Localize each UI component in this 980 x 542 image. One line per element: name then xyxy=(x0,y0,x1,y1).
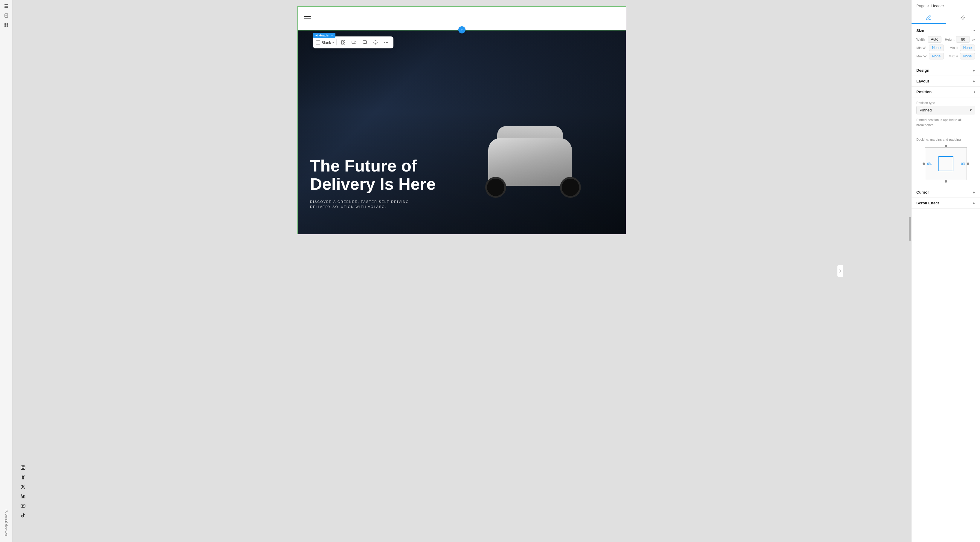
help-icon[interactable]: ? xyxy=(371,38,380,47)
dock-handle-left[interactable] xyxy=(923,163,925,165)
layout-arrow: ▶ xyxy=(973,79,975,83)
cursor-arrow: ▶ xyxy=(973,191,975,194)
width-label: Width xyxy=(916,38,926,41)
design-title: Design xyxy=(916,68,929,73)
position-section-header[interactable]: Position ▾ xyxy=(912,87,980,97)
position-type-select[interactable]: Pinned ▾ xyxy=(916,106,975,114)
svg-rect-21 xyxy=(363,41,366,43)
dock-handle-bottom[interactable] xyxy=(945,180,947,182)
width-height-row: Width Auto Height 80 px xyxy=(916,36,975,43)
canvas-scrollbar-track[interactable] xyxy=(909,0,911,542)
layout-icon[interactable] xyxy=(339,38,347,47)
svg-point-11 xyxy=(22,467,24,469)
dock-handle-right[interactable] xyxy=(967,163,969,165)
header-section: + xyxy=(298,6,626,30)
toolbar-separator xyxy=(336,40,337,45)
breadcrumb-current: Header xyxy=(931,3,944,8)
size-title: Size xyxy=(916,29,924,33)
instagram-icon[interactable] xyxy=(20,465,26,470)
header-badge[interactable]: ◀ Header ✏ xyxy=(313,33,336,38)
layers-icon[interactable] xyxy=(3,3,9,9)
back-arrow: ◀ xyxy=(315,34,318,37)
width-input[interactable]: Auto xyxy=(928,36,942,43)
size-section: Size ··· Width Auto Height 80 px Min W N… xyxy=(912,24,980,65)
cursor-title: Cursor xyxy=(916,190,929,195)
position-arrow: ▾ xyxy=(974,90,975,94)
svg-text:?: ? xyxy=(375,41,376,44)
svg-point-26 xyxy=(387,42,388,43)
dock-handle-top[interactable] xyxy=(945,145,947,147)
svg-rect-8 xyxy=(5,25,6,27)
min-h-input[interactable]: None xyxy=(960,44,975,51)
page-canvas: + Blank ▾ ? xyxy=(298,6,626,234)
svg-rect-5 xyxy=(5,16,7,16)
svg-rect-1 xyxy=(5,6,8,6)
svg-point-14 xyxy=(21,494,22,495)
scroll-effect-section-row[interactable]: Scroll Effect ▶ xyxy=(912,198,980,209)
desktop-label: Desktop (Primary) xyxy=(5,509,8,536)
position-type-label: Position type xyxy=(916,101,975,105)
layout-section-row[interactable]: Layout ▶ xyxy=(912,76,980,87)
min-w-input[interactable]: None xyxy=(929,44,944,51)
docking-title: Docking, margins and padding xyxy=(916,138,975,141)
size-more-button[interactable]: ··· xyxy=(971,28,975,33)
linkedin-icon[interactable] xyxy=(20,494,26,499)
tiktok-icon[interactable] xyxy=(20,513,26,518)
breadcrumb-separator: > xyxy=(927,3,929,8)
panel-collapse-toggle[interactable] xyxy=(837,265,843,277)
design-arrow: ▶ xyxy=(973,69,975,72)
hero-section: The Future of Delivery Is Here DISCOVER … xyxy=(298,30,626,234)
svg-marker-15 xyxy=(23,505,24,506)
min-wh-row: Min W None Min H None xyxy=(916,44,975,51)
max-w-input[interactable]: None xyxy=(929,53,944,59)
height-unit: px xyxy=(972,38,975,41)
min-h-label: Min H xyxy=(946,46,958,49)
hero-content: The Future of Delivery Is Here DISCOVER … xyxy=(310,157,436,210)
tab-lightning[interactable] xyxy=(946,12,980,24)
add-element-button[interactable]: + xyxy=(458,26,466,33)
breadcrumb-parent[interactable]: Page xyxy=(916,3,925,8)
svg-rect-6 xyxy=(5,23,6,25)
design-section-row[interactable]: Design ▶ xyxy=(912,65,980,76)
more-options-icon[interactable] xyxy=(382,38,390,47)
canvas-scrollbar-thumb[interactable] xyxy=(909,217,911,241)
svg-point-25 xyxy=(386,42,387,43)
dock-left-value: 0% xyxy=(928,162,932,166)
cursor-section-row[interactable]: Cursor ▶ xyxy=(912,187,980,198)
facebook-icon[interactable] xyxy=(20,474,26,480)
canvas-wrapper: + Blank ▾ ? xyxy=(13,0,911,542)
height-label: Height xyxy=(943,38,954,41)
tab-design[interactable] xyxy=(912,12,946,24)
dropdown-chevron: ▾ xyxy=(332,41,334,44)
hamburger-menu-icon[interactable] xyxy=(304,16,310,20)
youtube-icon[interactable] xyxy=(20,503,26,509)
social-icons-column xyxy=(20,465,26,518)
edit-icon: ✏ xyxy=(331,34,333,37)
position-select-arrow: ▾ xyxy=(970,108,972,113)
svg-point-24 xyxy=(384,42,385,43)
svg-rect-7 xyxy=(6,23,8,25)
svg-rect-19 xyxy=(352,41,355,43)
main-canvas-area: + Blank ▾ ? xyxy=(13,0,911,542)
device-icon[interactable] xyxy=(350,38,358,47)
svg-rect-16 xyxy=(341,41,343,44)
max-h-label: Max H xyxy=(946,54,958,58)
twitter-x-icon[interactable] xyxy=(20,484,26,490)
scroll-effect-title: Scroll Effect xyxy=(916,201,939,205)
height-input[interactable]: 80 xyxy=(956,36,970,43)
scroll-effect-arrow: ▶ xyxy=(973,201,975,204)
layout-title: Layout xyxy=(916,79,929,83)
svg-marker-27 xyxy=(961,16,965,20)
left-sidebar: Desktop (Primary) xyxy=(0,0,13,542)
components-icon[interactable] xyxy=(3,22,9,28)
breadcrumb: Page > Header xyxy=(912,0,980,12)
pages-icon[interactable] xyxy=(3,13,9,19)
blank-label: Blank xyxy=(321,40,331,45)
svg-rect-9 xyxy=(6,25,8,27)
svg-point-12 xyxy=(24,466,24,467)
chat-icon[interactable] xyxy=(361,38,369,47)
right-panel: Page > Header Size ··· Width Auto Height… xyxy=(911,0,980,542)
min-w-label: Min W xyxy=(916,46,927,49)
max-h-input[interactable]: None xyxy=(960,53,975,59)
element-type-dropdown[interactable]: Blank ▾ xyxy=(316,40,334,45)
